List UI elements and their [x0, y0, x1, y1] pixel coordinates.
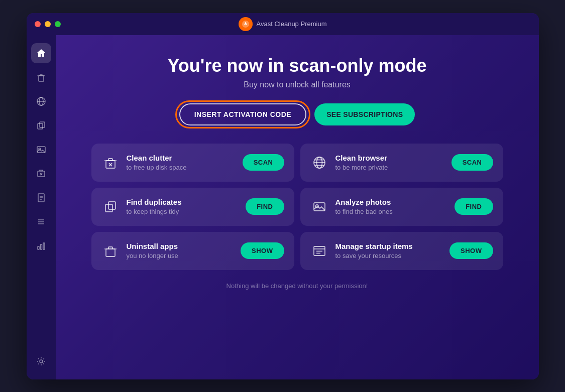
maximize-button[interactable]: [55, 21, 61, 27]
sidebar-item-duplicates[interactable]: [31, 115, 51, 136]
app-title: Avast Cleanup Premium: [257, 20, 327, 28]
svg-rect-1: [39, 76, 44, 81]
sidebar-item-uninstall[interactable]: [31, 164, 51, 184]
find-duplicates-title: Find duplicates: [127, 198, 239, 206]
sidebar-item-stats[interactable]: [31, 236, 51, 256]
card-analyze-photos: Analyze photos to find the bad ones FIND: [300, 188, 503, 226]
uninstall-apps-button[interactable]: SHOW: [241, 242, 284, 259]
find-duplicates-icon: [101, 198, 120, 216]
close-button[interactable]: [35, 21, 41, 27]
svg-rect-5: [38, 123, 43, 129]
manage-startup-text: Manage startup items to save your resour…: [335, 242, 443, 259]
clean-clutter-desc: to free up disk space: [127, 164, 236, 171]
app-logo: [239, 17, 253, 31]
app-window: Avast Cleanup Premium: [27, 13, 539, 379]
analyze-photos-icon: [310, 198, 328, 216]
minimize-button[interactable]: [45, 21, 51, 27]
manage-startup-desc: to save your resources: [335, 252, 443, 259]
clean-clutter-text: Clean clutter to free up disk space: [127, 154, 236, 171]
uninstall-apps-desc: you no longer use: [127, 252, 234, 259]
manage-startup-title: Manage startup items: [335, 242, 443, 250]
content-area: You're now in scan-only mode Buy now to …: [27, 35, 539, 379]
clean-browser-icon: [310, 154, 328, 172]
sidebar: [27, 35, 56, 379]
svg-rect-19: [38, 246, 39, 249]
svg-rect-6: [40, 122, 45, 127]
sidebar-item-home[interactable]: [31, 43, 51, 63]
main-content: You're now in scan-only mode Buy now to …: [56, 35, 539, 379]
uninstall-apps-text: Uninstall apps you no longer use: [127, 242, 234, 259]
svg-point-22: [40, 360, 43, 363]
uninstall-apps-title: Uninstall apps: [127, 242, 234, 250]
footer-text: Nothing will be changed without your per…: [227, 282, 368, 290]
activation-code-button[interactable]: INSERT ACTIVATION CODE: [179, 103, 307, 125]
titlebar: Avast Cleanup Premium: [27, 13, 539, 35]
clean-browser-title: Clean browser: [335, 154, 444, 162]
clean-clutter-button[interactable]: SCAN: [243, 154, 284, 171]
cards-grid: Clean clutter to free up disk space SCAN: [91, 144, 503, 270]
uninstall-apps-icon: [101, 242, 120, 260]
sidebar-item-docs[interactable]: [31, 188, 51, 208]
sidebar-item-photos[interactable]: [31, 140, 51, 160]
card-clean-browser: Clean browser to be more private SCAN: [300, 144, 503, 182]
sidebar-item-list[interactable]: [31, 212, 51, 232]
find-duplicates-text: Find duplicates to keep things tidy: [127, 198, 239, 215]
clean-clutter-icon: [101, 154, 120, 172]
svg-rect-20: [40, 244, 42, 249]
hero-title: You're now in scan-only mode: [168, 55, 427, 76]
hero-subtitle: Buy now to unlock all features: [244, 80, 351, 89]
find-duplicates-button[interactable]: FIND: [246, 198, 284, 215]
action-buttons: INSERT ACTIVATION CODE SEE SUBSCRIPTIONS: [179, 103, 415, 125]
svg-rect-36: [106, 249, 115, 256]
analyze-photos-text: Analyze photos to find the bad ones: [335, 198, 448, 215]
sidebar-item-globe[interactable]: [31, 91, 51, 111]
card-manage-startup: Manage startup items to save your resour…: [300, 232, 503, 270]
activation-ring: [175, 100, 311, 128]
card-uninstall-apps: Uninstall apps you no longer use SHOW: [91, 232, 294, 270]
card-clean-clutter: Clean clutter to free up disk space SCAN: [91, 144, 294, 182]
manage-startup-button[interactable]: SHOW: [449, 242, 493, 259]
svg-rect-32: [105, 204, 112, 212]
subscriptions-button[interactable]: SEE SUBSCRIPTIONS: [314, 103, 415, 125]
svg-rect-33: [108, 202, 116, 209]
find-duplicates-desc: to keep things tidy: [127, 208, 239, 215]
clean-clutter-title: Clean clutter: [127, 154, 236, 162]
svg-rect-21: [43, 243, 45, 249]
sidebar-item-trash[interactable]: [31, 67, 51, 87]
clean-browser-button[interactable]: SCAN: [451, 154, 493, 171]
clean-browser-text: Clean browser to be more private: [335, 154, 444, 171]
sidebar-item-settings[interactable]: [31, 351, 51, 371]
analyze-photos-title: Analyze photos: [335, 198, 448, 206]
clean-browser-desc: to be more private: [335, 164, 444, 171]
card-find-duplicates: Find duplicates to keep things tidy FIND: [91, 188, 294, 226]
analyze-photos-button[interactable]: FIND: [455, 198, 493, 215]
analyze-photos-desc: to find the bad ones: [335, 208, 448, 215]
titlebar-center: Avast Cleanup Premium: [239, 17, 327, 31]
manage-startup-icon: [310, 242, 328, 260]
